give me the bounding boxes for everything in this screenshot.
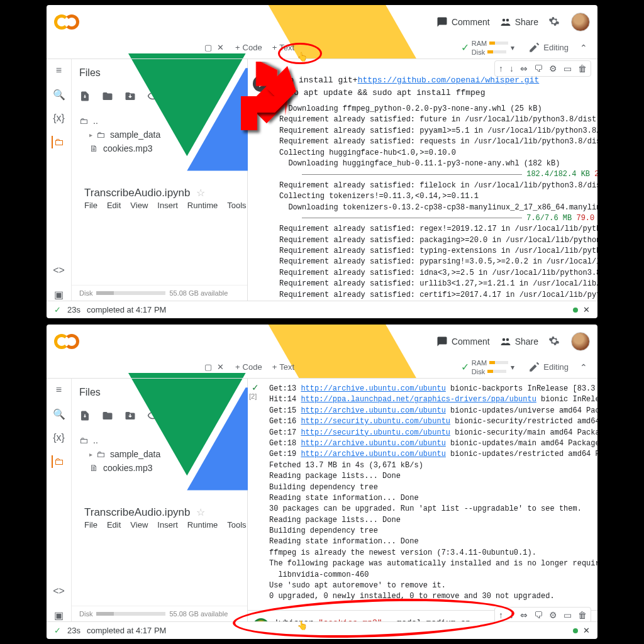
delete-cell-icon[interactable]: 🗑 xyxy=(577,609,588,621)
status-close-icon[interactable]: ✕ xyxy=(583,626,590,635)
comment-button[interactable]: Comment xyxy=(436,16,490,28)
avatar[interactable] xyxy=(571,332,590,351)
share-button[interactable]: Share xyxy=(500,16,538,28)
code-cell[interactable]: !pip install git+https://github.com/open… xyxy=(274,74,539,99)
svg-point-1 xyxy=(506,18,509,21)
resource-dropdown-icon[interactable]: ▾ xyxy=(511,363,514,372)
colab-logo[interactable] xyxy=(54,334,79,349)
status-time: 23s xyxy=(67,305,80,314)
delete-cell-icon[interactable]: 🗑 xyxy=(577,62,588,75)
run-cell-button[interactable] xyxy=(253,75,269,92)
run-cell-button[interactable] xyxy=(253,618,269,621)
files-tab-icon[interactable]: 🗀 xyxy=(52,455,64,468)
status-msg: completed at 4:17 PM xyxy=(87,305,166,314)
panel-popout-icon[interactable]: ▢ xyxy=(204,362,212,372)
toc-icon[interactable]: ≡ xyxy=(53,64,65,77)
editing-mode[interactable]: Editing xyxy=(522,40,575,56)
collapse-header-icon[interactable]: ⌃ xyxy=(575,43,592,53)
comment-icon[interactable]: 🗨 xyxy=(533,62,544,75)
find-icon[interactable]: 🔍 xyxy=(53,88,65,101)
ram-disk-indicator[interactable]: RAM Disk xyxy=(472,359,508,375)
settings-icon[interactable] xyxy=(548,16,561,28)
add-text-button[interactable]: Text xyxy=(267,40,299,55)
exec-count: [2] xyxy=(249,392,257,400)
svg-point-4 xyxy=(502,338,505,341)
add-text-button[interactable]: Text xyxy=(267,360,299,374)
variables-icon[interactable]: {x} xyxy=(53,431,65,444)
svg-point-5 xyxy=(506,338,509,341)
cell-settings-icon[interactable]: ⚙ xyxy=(548,609,558,621)
disk-usage-bar xyxy=(96,612,165,616)
kernel-status-icon xyxy=(573,308,578,313)
terminal-icon[interactable]: ▣ xyxy=(53,609,65,621)
status-close-icon[interactable]: ✕ xyxy=(583,305,590,314)
svg-point-0 xyxy=(502,18,505,21)
link-icon[interactable]: ⇔ xyxy=(519,62,529,75)
ram-disk-indicator[interactable]: RAM Disk xyxy=(472,40,508,56)
mirror-icon[interactable]: ▭ xyxy=(562,609,573,621)
status-check-icon: ✓ xyxy=(54,626,61,635)
exec-check-icon: ✓ xyxy=(252,382,259,392)
move-up-icon[interactable]: ↑ xyxy=(497,609,504,621)
files-tab-icon[interactable]: 🗀 xyxy=(52,136,64,148)
code-snippets-icon[interactable]: <> xyxy=(53,264,65,277)
comment-button[interactable]: Comment xyxy=(436,336,490,347)
add-code-button[interactable]: Code xyxy=(230,360,267,374)
status-time: 23s xyxy=(67,626,80,635)
colab-logo[interactable] xyxy=(54,14,79,30)
cell-toolbar: ↑ ↓ ⇔ 🗨 ⚙ ▭ 🗑 xyxy=(494,607,591,621)
share-button[interactable]: Share xyxy=(500,336,538,347)
status-msg: completed at 4:17 PM xyxy=(87,626,166,635)
disk-available: 55.08 GB available xyxy=(169,289,228,297)
cell-output: Get:13 http://archive.ubuntu.com/ubuntu … xyxy=(248,381,597,605)
collapse-header-icon[interactable]: ⌃ xyxy=(575,362,592,372)
toc-icon[interactable]: ≡ xyxy=(53,384,65,396)
panel-close-icon[interactable]: ✕ xyxy=(217,362,224,372)
disk-label: Disk xyxy=(79,610,92,618)
cell-toolbar: ↑ ↓ ⇔ 🗨 ⚙ ▭ 🗑 xyxy=(494,60,591,77)
connected-check-icon: ✓ xyxy=(461,42,469,53)
settings-icon[interactable] xyxy=(548,335,561,348)
comment-icon[interactable]: 🗨 xyxy=(533,609,544,621)
kernel-status-icon xyxy=(573,628,578,633)
move-down-icon[interactable]: ↓ xyxy=(508,609,515,621)
disk-available: 55.08 GB available xyxy=(169,610,228,618)
add-code-button[interactable]: Code xyxy=(230,40,267,55)
resource-dropdown-icon[interactable]: ▾ xyxy=(511,43,514,52)
status-check-icon: ✓ xyxy=(54,305,61,314)
code-snippets-icon[interactable]: <> xyxy=(53,585,65,597)
link-icon[interactable]: ⇔ xyxy=(519,609,529,621)
find-icon[interactable]: 🔍 xyxy=(53,408,65,420)
disk-usage-bar xyxy=(96,291,165,295)
editing-mode[interactable]: Editing xyxy=(522,359,575,375)
connected-check-icon: ✓ xyxy=(461,361,469,373)
move-down-icon[interactable]: ↓ xyxy=(508,62,515,75)
disk-label: Disk xyxy=(79,289,92,297)
move-up-icon[interactable]: ↑ xyxy=(497,62,504,75)
cell-settings-icon[interactable]: ⚙ xyxy=(548,62,558,75)
terminal-icon[interactable]: ▣ xyxy=(53,288,65,301)
panel-close-icon[interactable]: ✕ xyxy=(217,43,224,52)
mirror-icon[interactable]: ▭ xyxy=(562,62,573,75)
code-cell[interactable]: !whisper "cookies.mp3" --model medium.en xyxy=(274,617,470,621)
variables-icon[interactable]: {x} xyxy=(53,112,65,125)
cell-output: Downloading ffmpeg_python-0.2.0-py3-none… xyxy=(248,101,597,301)
avatar[interactable] xyxy=(571,13,590,31)
panel-popout-icon[interactable]: ▢ xyxy=(204,43,212,52)
